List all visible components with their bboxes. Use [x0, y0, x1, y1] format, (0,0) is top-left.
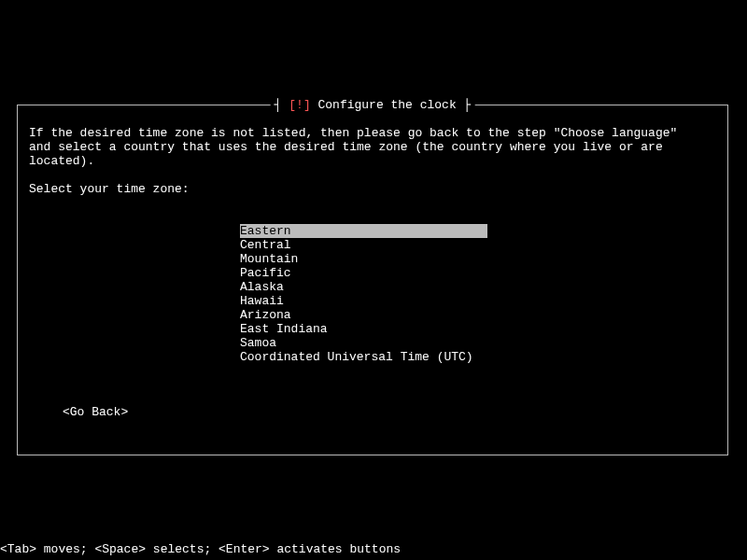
title-alert-marker: [!]: [289, 98, 310, 112]
timezone-option-central[interactable]: Central: [240, 238, 716, 252]
footer-hint: <Tab> moves; <Space> selects; <Enter> ac…: [0, 542, 401, 556]
timezone-option-eastern[interactable]: Eastern: [240, 224, 487, 238]
title-bracket-right: ├: [457, 98, 472, 112]
dialog-title: ┤ [!] Configure the clock ├: [271, 98, 475, 112]
instruction-text: If the desired time zone is not listed, …: [29, 126, 716, 168]
timezone-options-list: Eastern Central Mountain Pacific Alaska …: [240, 224, 716, 364]
dialog-content: If the desired time zone is not listed, …: [18, 105, 727, 430]
timezone-option-utc[interactable]: Coordinated Universal Time (UTC): [240, 350, 716, 364]
title-spacer: [311, 98, 318, 112]
dialog-box: ┤ [!] Configure the clock ├ If the desir…: [17, 105, 728, 455]
prompt-text: Select your time zone:: [29, 182, 716, 196]
go-back-button[interactable]: <Go Back>: [63, 405, 716, 419]
timezone-option-east-indiana[interactable]: East Indiana: [240, 322, 716, 336]
timezone-option-hawaii[interactable]: Hawaii: [240, 294, 716, 308]
timezone-option-pacific[interactable]: Pacific: [240, 266, 716, 280]
timezone-option-alaska[interactable]: Alaska: [240, 280, 716, 294]
title-text: Configure the clock: [317, 98, 456, 112]
timezone-option-mountain[interactable]: Mountain: [240, 252, 716, 266]
timezone-option-arizona[interactable]: Arizona: [240, 308, 716, 322]
title-bracket-left: ┤: [275, 98, 289, 112]
timezone-option-samoa[interactable]: Samoa: [240, 336, 716, 350]
